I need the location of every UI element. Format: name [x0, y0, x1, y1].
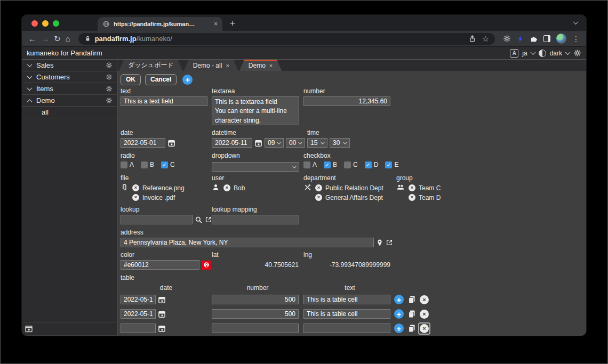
address-input[interactable] — [121, 238, 374, 247]
gear-icon[interactable] — [106, 74, 113, 80]
checkbox-option-a[interactable]: A — [303, 161, 317, 168]
lookup-input[interactable] — [121, 215, 193, 224]
ok-button[interactable]: OK — [121, 74, 141, 85]
language-chevron-icon[interactable] — [530, 50, 535, 55]
calendar-icon[interactable] — [158, 296, 166, 304]
row-text-input[interactable] — [303, 309, 390, 319]
close-icon[interactable]: × — [269, 62, 273, 69]
minimize-window-button[interactable] — [42, 20, 49, 27]
date-input[interactable] — [121, 138, 165, 148]
home-icon[interactable]: ⌂ — [66, 35, 70, 43]
checkbox-option-d[interactable]: ✓D — [365, 161, 379, 168]
share-icon[interactable] — [468, 35, 476, 43]
back-icon[interactable]: ← — [28, 35, 36, 43]
text-input[interactable] — [121, 96, 207, 106]
checkbox-option-c[interactable]: C — [344, 161, 358, 168]
row-number-input[interactable] — [212, 323, 299, 333]
sidebar-item-sales[interactable]: Sales — [22, 60, 117, 71]
datetime-hour-select[interactable]: 09 — [265, 138, 284, 148]
department-icon[interactable] — [303, 183, 311, 191]
tab-dashboard[interactable]: ダッシュボード — [119, 60, 183, 71]
calendar-icon[interactable] — [254, 139, 262, 147]
row-date-input[interactable] — [121, 309, 156, 319]
bolt-extension-icon[interactable] — [517, 35, 524, 43]
chevron-down-icon[interactable] — [27, 62, 33, 67]
close-window-button[interactable] — [31, 20, 38, 27]
search-icon[interactable] — [195, 216, 203, 224]
person-icon[interactable] — [212, 183, 220, 191]
reload-icon[interactable]: ↻ — [54, 35, 61, 43]
duplicate-row-icon[interactable] — [407, 310, 416, 318]
time-minute-select[interactable]: 30 — [330, 138, 350, 148]
extensions-puzzle-icon[interactable] — [530, 35, 538, 43]
gear-icon[interactable] — [106, 97, 113, 104]
remove-icon[interactable]: × — [409, 194, 415, 201]
datetime-date-input[interactable] — [212, 138, 252, 148]
chevron-up-icon[interactable] — [27, 99, 33, 104]
calendar-icon[interactable] — [158, 310, 166, 318]
profile-avatar[interactable] — [556, 34, 566, 44]
add-record-button[interactable]: + — [182, 75, 193, 85]
duplicate-row-icon[interactable] — [407, 295, 416, 304]
color-picker-button[interactable] — [202, 261, 211, 270]
remove-icon[interactable]: × — [223, 184, 230, 191]
sidebar-item-demo-all[interactable]: all — [22, 107, 117, 118]
chevron-down-icon[interactable] — [27, 74, 33, 79]
browser-menu-icon[interactable]: ⋮ — [572, 35, 580, 43]
remove-icon[interactable]: × — [132, 194, 139, 201]
delete-row-icon[interactable]: × — [420, 295, 429, 304]
row-number-input[interactable] — [212, 295, 299, 304]
textarea-input[interactable]: This is a textarea field You can enter a… — [212, 96, 299, 125]
side-panel-icon[interactable] — [543, 35, 550, 42]
row-date-input[interactable] — [121, 295, 156, 304]
time-hour-select[interactable]: 15 — [307, 138, 327, 148]
add-row-button[interactable]: + — [394, 323, 404, 333]
tab-list-chevron-icon[interactable] — [573, 19, 579, 25]
row-text-input[interactable] — [303, 295, 390, 304]
zoom-window-button[interactable] — [53, 20, 59, 27]
remove-icon[interactable]: × — [409, 184, 415, 191]
external-link-icon[interactable] — [205, 216, 212, 223]
radio-option-a[interactable]: A — [121, 161, 134, 168]
external-link-icon[interactable] — [386, 239, 393, 246]
remove-icon[interactable]: × — [315, 194, 322, 201]
bookmark-star-icon[interactable]: ☆ — [482, 35, 489, 43]
calendar-icon[interactable] — [158, 325, 166, 333]
gear-icon[interactable] — [106, 62, 113, 69]
color-input[interactable] — [121, 260, 199, 270]
radio-option-c[interactable]: ✓C — [161, 161, 175, 168]
forward-icon[interactable]: → — [41, 35, 49, 43]
remove-icon[interactable]: × — [132, 184, 139, 191]
add-row-button[interactable]: + — [394, 309, 404, 319]
tab-close-icon[interactable]: × — [214, 20, 218, 28]
add-row-button[interactable]: + — [394, 295, 404, 304]
calendar-icon[interactable] — [167, 139, 175, 147]
delete-row-icon[interactable]: × — [420, 324, 429, 333]
paperclip-icon[interactable] — [121, 183, 129, 192]
settings-gear-icon[interactable] — [573, 49, 581, 57]
address-bar[interactable]: pandafirm.jp/kumaneko/ ☆ — [78, 33, 495, 45]
checkbox-option-b[interactable]: ✓B — [324, 161, 337, 168]
theme-chevron-icon[interactable] — [565, 50, 571, 55]
remove-icon[interactable]: × — [315, 184, 322, 191]
row-date-input[interactable] — [121, 323, 156, 333]
cancel-button[interactable]: Cancel — [145, 74, 177, 85]
sidebar-item-demo[interactable]: Demo — [22, 95, 117, 107]
translate-icon[interactable]: A — [510, 49, 518, 58]
browser-tab[interactable]: https://pandafirm.jp/kumaneko × — [98, 17, 222, 31]
radio-option-b[interactable]: B — [141, 161, 154, 168]
delete-row-icon[interactable]: × — [420, 310, 429, 319]
tab-demo[interactable]: Demo × — [239, 60, 282, 71]
row-number-input[interactable] — [212, 309, 299, 319]
checkbox-option-e[interactable]: ✓E — [385, 161, 398, 168]
dropdown-select[interactable] — [212, 162, 299, 172]
sidebar-item-customers[interactable]: Customers — [22, 71, 117, 83]
new-tab-button[interactable]: + — [230, 18, 235, 29]
sidebar-item-items[interactable]: Items — [22, 83, 117, 95]
number-input[interactable] — [303, 96, 390, 106]
lookup-mapping-input[interactable] — [212, 215, 299, 224]
datetime-minute-select[interactable]: 00 — [286, 138, 305, 148]
duplicate-row-icon[interactable] — [407, 324, 416, 333]
group-icon[interactable] — [396, 183, 405, 191]
row-text-input[interactable] — [303, 323, 390, 333]
